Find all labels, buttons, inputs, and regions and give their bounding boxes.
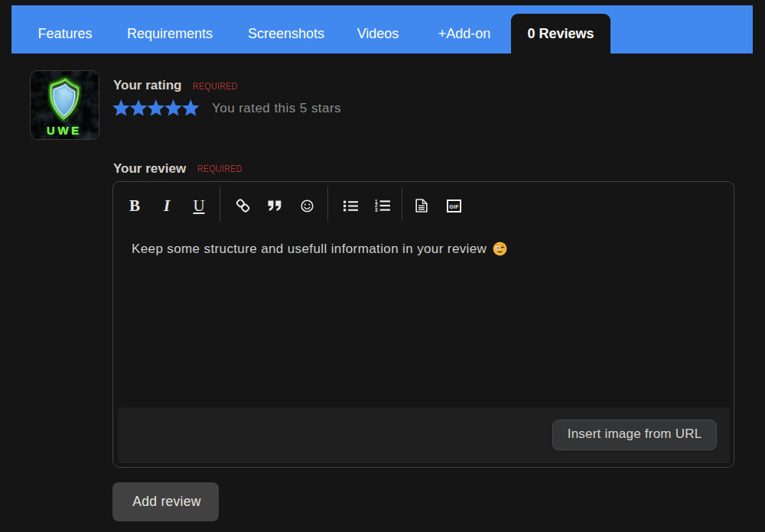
svg-text:UWE: UWE <box>47 124 82 137</box>
svg-text:3: 3 <box>375 207 378 212</box>
svg-text:GIF: GIF <box>449 203 459 209</box>
